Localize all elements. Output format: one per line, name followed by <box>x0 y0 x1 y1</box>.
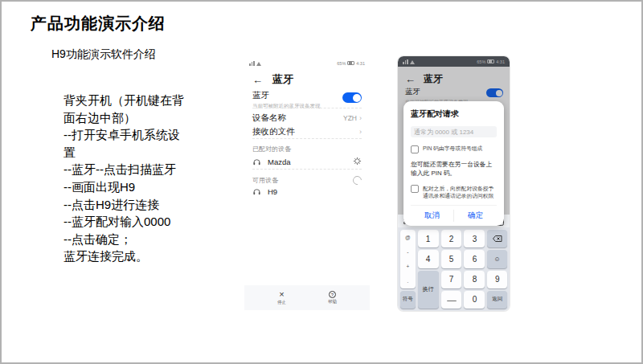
key-8[interactable]: 8 <box>464 271 485 288</box>
instructions-text: 背夹开机（开机键在背 面右边中部） --打开安卓手机系统设 置 --蓝牙--点击… <box>63 92 252 265</box>
key-4[interactable]: 4 <box>418 250 439 268</box>
confirm-button[interactable]: 确定 <box>454 206 497 226</box>
stop-scan-button[interactable]: × 停止 <box>277 290 286 305</box>
paired-devices-header: 已配对的设备 <box>252 145 291 153</box>
checkbox-icon[interactable] <box>411 185 419 193</box>
stop-label: 停止 <box>277 300 286 305</box>
help-button[interactable]: ? 帮助 <box>328 291 337 305</box>
plus-symbol[interactable]: + <box>406 264 409 269</box>
available-device-name: H9 <box>268 187 277 196</box>
chevron-right-icon: › <box>359 128 362 136</box>
emoji-icon: ☺ <box>494 256 501 263</box>
key-2[interactable]: 2 <box>441 230 462 247</box>
screen-title: 蓝牙 <box>272 72 293 87</box>
key-7[interactable]: 7 <box>441 271 462 288</box>
phone-screenshot-bluetooth-settings: 65% 4:31 ← 蓝牙 蓝牙 当前可被附近的蓝牙设备发现 设备名称 YZH›… <box>244 56 370 310</box>
divider <box>252 138 362 139</box>
pin-letters-checkbox-row[interactable]: PIN 码由字母或符号组成 <box>411 145 497 153</box>
minus-symbol[interactable]: - <box>407 249 408 255</box>
status-bar: 65% 4:31 <box>249 59 365 67</box>
symbols-key[interactable]: 符号 <box>400 291 416 309</box>
space-bar-icon <box>447 297 457 301</box>
dot-symbol[interactable]: . <box>407 278 408 284</box>
space-key[interactable] <box>441 291 462 309</box>
scanning-spinner-icon <box>351 174 363 186</box>
cancel-button[interactable]: 取消 <box>411 206 453 226</box>
device-name-value: YZH <box>343 114 357 122</box>
help-label: 帮助 <box>328 299 337 305</box>
phone-screenshot-pairing-dialog: 65% 4:31 ← 蓝牙 蓝牙 当前可被附近的蓝牙设备发现 蓝牙配对请求 PI… <box>398 56 510 311</box>
received-files-row[interactable]: 接收的文件 › <box>252 126 362 137</box>
received-files-label: 接收的文件 <box>252 126 295 137</box>
bluetooth-toggle[interactable] <box>342 92 362 103</box>
checkbox-icon[interactable] <box>411 145 419 153</box>
pin-input[interactable] <box>411 126 497 137</box>
backspace-key[interactable] <box>487 230 507 247</box>
available-devices-header-row: 可用设备 <box>252 176 362 185</box>
numeric-keypad: @ - + . 1 2 3 4 5 6 ☺ 7 8 9 换行 符号 0 返回 <box>398 227 510 311</box>
dialog-title: 蓝牙配对请求 <box>411 108 497 120</box>
headset-icon <box>252 187 261 196</box>
backspace-icon <box>493 235 502 242</box>
back-arrow-icon[interactable]: ← <box>252 74 263 86</box>
device-name-label: 设备名称 <box>252 112 286 124</box>
pin-letters-checkbox-label: PIN 码由字母或符号组成 <box>423 145 482 152</box>
return-key[interactable]: 返回 <box>487 291 507 309</box>
battery-percent: 65% <box>337 61 346 66</box>
help-question-icon: ? <box>329 291 336 298</box>
status-time: 4:31 <box>356 61 365 66</box>
wifi-icon <box>256 62 261 66</box>
emoji-key[interactable]: ☺ <box>487 250 507 268</box>
stop-x-icon: × <box>279 290 284 299</box>
key-1[interactable]: 1 <box>418 230 439 247</box>
slide-subtitle: H9功能演示软件介绍 <box>51 47 156 62</box>
bluetooth-subtitle: 当前可被附近的蓝牙设备发现 <box>252 103 362 110</box>
pairing-dialog: 蓝牙配对请求 PIN 码由字母或符号组成 您可能还需要在另一台设备上输入此 PI… <box>403 101 504 226</box>
key-3[interactable]: 3 <box>464 230 485 247</box>
divider <box>252 169 362 170</box>
symbol-strip-key[interactable]: @ - + . <box>400 230 416 288</box>
battery-icon <box>347 61 354 66</box>
key-0[interactable]: 0 <box>464 291 485 309</box>
key-9[interactable]: 9 <box>487 271 507 288</box>
presentation-slide: 产品功能演示介绍 H9功能演示软件介绍 背夹开机（开机键在背 面右边中部） --… <box>0 0 643 364</box>
device-settings-gear-icon[interactable] <box>353 154 362 169</box>
chevron-right-icon: › <box>359 114 362 122</box>
contacts-access-checkbox-row[interactable]: 配对之后，向所配对设备授予通讯录和通话记录的访问权限 <box>411 185 497 199</box>
headset-icon <box>252 157 261 166</box>
available-device-row[interactable]: H9 <box>252 187 362 196</box>
key-5[interactable]: 5 <box>441 250 462 268</box>
contacts-access-checkbox-label: 配对之后，向所配对设备授予通讯录和通话记录的访问权限 <box>423 185 497 199</box>
key-6[interactable]: 6 <box>464 250 485 268</box>
device-name-row[interactable]: 设备名称 YZH› <box>252 112 362 124</box>
at-symbol[interactable]: @ <box>405 235 411 240</box>
paired-device-row[interactable]: Mazda <box>252 154 362 169</box>
paired-device-name: Mazda <box>268 157 291 166</box>
bottom-action-bar: × 停止 ? 帮助 <box>244 285 370 310</box>
page-title: 产品功能演示介绍 <box>31 13 166 35</box>
dialog-note: 您可能还需要在另一台设备上输入此 PIN 码。 <box>411 160 497 178</box>
signal-icon <box>249 61 255 66</box>
divider <box>252 108 362 108</box>
enter-key[interactable]: 换行 <box>418 271 439 309</box>
available-devices-header: 可用设备 <box>252 176 278 185</box>
